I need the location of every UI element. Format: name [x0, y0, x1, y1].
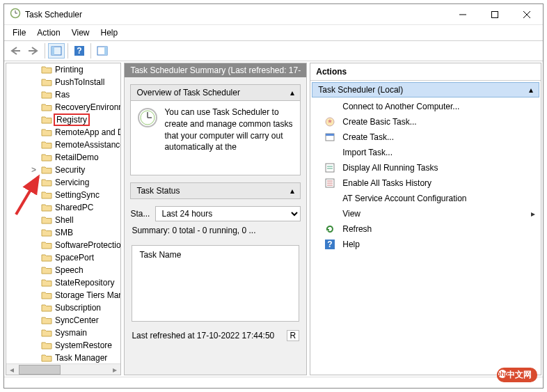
folder-icon [41, 253, 52, 262]
collapse-icon[interactable]: ▴ [529, 85, 533, 95]
tree-item-synccenter[interactable]: SyncCenter [12, 314, 120, 327]
tree-item-registry[interactable]: Registry [12, 113, 120, 126]
tree-item-subscription[interactable]: Subscription [12, 301, 120, 314]
svg-rect-23 [326, 164, 334, 172]
titlebar: Task Scheduler [4, 4, 543, 25]
status-label: Sta... [130, 209, 150, 219]
collapse-icon[interactable]: ▴ [290, 88, 294, 97]
task-name-column-header[interactable]: Task Name [139, 250, 181, 260]
folder-icon [41, 228, 52, 237]
menu-help[interactable]: Help [97, 26, 122, 39]
tree-item-label: RetailDemo [55, 152, 99, 162]
tree-item-servicing[interactable]: Servicing [12, 176, 120, 189]
blank-icon [324, 193, 335, 204]
blank-icon [324, 101, 335, 112]
folder-icon [41, 152, 52, 162]
minimize-button[interactable] [447, 4, 479, 25]
tree-item-softwareprotectionplatform[interactable]: SoftwareProtectionPlatform [12, 239, 120, 251]
overview-section-header[interactable]: Overview of Task Scheduler ▴ [130, 84, 301, 101]
folder-icon [41, 178, 52, 187]
status-period-select[interactable]: Last 24 hours [155, 206, 301, 221]
tree-item-storage-tiers-management[interactable]: Storage Tiers Management [12, 289, 120, 301]
tree-item-security[interactable]: >Security [12, 164, 120, 176]
tree-item-printing[interactable]: Printing [12, 63, 120, 76]
tree-item-remoteapp-and-desktop[interactable]: RemoteApp and Desktop [12, 126, 120, 139]
tree-item-label: SettingSync [55, 190, 100, 200]
forward-button[interactable] [25, 43, 42, 58]
help-button[interactable]: ? [71, 43, 88, 58]
task-list[interactable]: Task Name [132, 245, 299, 322]
menu-action[interactable]: Action [33, 26, 64, 39]
tree-item-recoveryenvironment[interactable]: RecoveryEnvironment [12, 101, 120, 113]
tree-item-label: PushToInstall [55, 77, 104, 87]
folder-icon [41, 265, 52, 275]
tree-item-ras[interactable]: Ras [12, 88, 120, 101]
show-hide-console-tree-button[interactable] [48, 43, 65, 58]
submenu-arrow-icon: ▸ [531, 209, 535, 219]
tree-item-label: Printing [55, 65, 84, 75]
tree-item-systemrestore[interactable]: SystemRestore [12, 339, 120, 352]
action-enable-all-tasks-history[interactable]: Enable All Tasks History [310, 175, 541, 191]
app-icon [10, 8, 21, 21]
create-icon [324, 132, 335, 143]
tree-scrollbar-horizontal[interactable]: ◂ ▸ [6, 363, 120, 375]
actions-pane: Actions Task Scheduler (Local) ▴ Connect… [310, 63, 541, 375]
folder-icon [41, 353, 52, 363]
tree-item-smb[interactable]: SMB [12, 226, 120, 239]
tree-item-label: SharedPC [55, 203, 93, 212]
folder-icon [41, 77, 52, 87]
tree-item-retaildemo[interactable]: RetailDemo [12, 151, 120, 164]
basic-icon [324, 116, 335, 127]
action-label: Connect to Another Computer... [342, 102, 459, 111]
toolbar: ? [4, 40, 543, 61]
tree-pane: PrintingPushToInstallRasRecoveryEnvironm… [6, 63, 121, 375]
tree-item-remoteassistance[interactable]: RemoteAssistance [12, 139, 120, 151]
tree-item-staterepository[interactable]: StateRepository [12, 276, 120, 289]
maximize-button[interactable] [479, 4, 511, 25]
menu-view[interactable]: View [68, 26, 94, 39]
tree-item-pushtoinstall[interactable]: PushToInstall [12, 76, 120, 88]
scrollbar-thumb[interactable] [19, 365, 61, 375]
folder-icon [41, 240, 52, 250]
action-connect-to-another-computer[interactable]: Connect to Another Computer... [310, 99, 541, 114]
app-window: Task Scheduler File Action View Help ? P… [3, 3, 544, 389]
refresh-button-small[interactable]: R [287, 330, 300, 341]
folder-icon [41, 165, 52, 175]
tree-item-shell[interactable]: Shell [12, 214, 120, 226]
folder-icon [41, 278, 52, 288]
help-icon: ? [324, 239, 335, 250]
tree[interactable]: PrintingPushToInstallRasRecoveryEnvironm… [12, 63, 120, 364]
action-import-task[interactable]: Import Task... [310, 145, 541, 160]
action-help[interactable]: ?Help [310, 237, 541, 252]
action-view[interactable]: View▸ [310, 206, 541, 221]
menu-file[interactable]: File [8, 26, 30, 39]
tree-item-speech[interactable]: Speech [12, 264, 120, 276]
task-status-section-header[interactable]: Task Status ▴ [130, 182, 301, 199]
show-hide-action-pane-button[interactable] [94, 43, 111, 58]
main-area: PrintingPushToInstallRasRecoveryEnvironm… [4, 61, 543, 377]
window-title: Task Scheduler [25, 10, 447, 19]
svg-rect-14 [104, 47, 107, 55]
action-display-all-running-tasks[interactable]: Display All Running Tasks [310, 160, 541, 175]
close-button[interactable] [511, 4, 543, 25]
tree-item-settingsync[interactable]: SettingSync [12, 189, 120, 201]
statusbar [4, 377, 543, 388]
overview-text: You can use Task Scheduler to create and… [164, 107, 294, 169]
tree-item-spaceport[interactable]: SpacePort [12, 251, 120, 264]
tree-item-sysmain[interactable]: Sysmain [12, 327, 120, 339]
svg-text:?: ? [77, 46, 81, 56]
action-create-task[interactable]: Create Task... [310, 130, 541, 145]
action-at-service-account-configuration[interactable]: AT Service Account Configuration [310, 191, 541, 206]
tree-item-label: Servicing [55, 178, 89, 187]
tree-item-label: Registry [54, 113, 90, 126]
tree-item-sharedpc[interactable]: SharedPC [12, 201, 120, 214]
expand-icon[interactable]: > [31, 165, 40, 175]
action-create-basic-task[interactable]: Create Basic Task... [310, 114, 541, 130]
tree-item-label: Storage Tiers Management [55, 290, 121, 300]
tree-item-task-manager[interactable]: Task Manager [12, 352, 120, 364]
action-refresh[interactable]: Refresh [310, 221, 541, 237]
collapse-icon[interactable]: ▴ [290, 186, 294, 196]
actions-scope-header[interactable]: Task Scheduler (Local) ▴ [312, 82, 539, 97]
back-button[interactable] [7, 43, 24, 58]
tree-item-label: Shell [55, 215, 74, 225]
